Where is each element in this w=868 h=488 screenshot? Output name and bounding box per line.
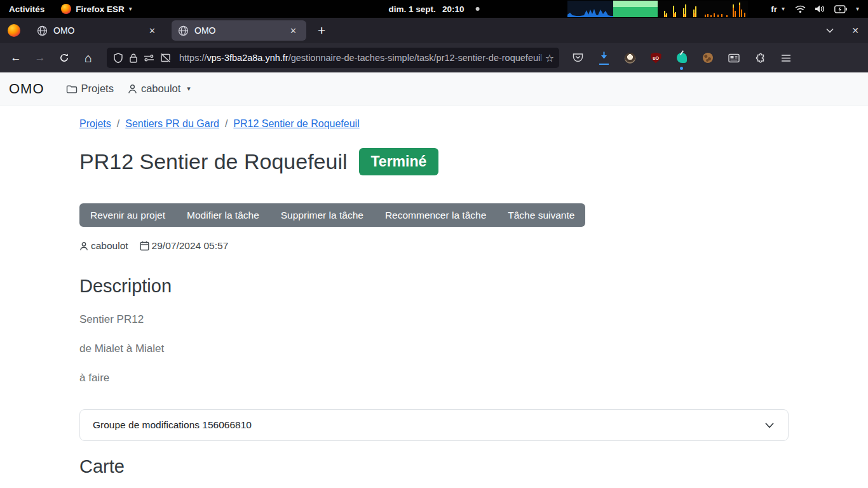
extension-raccoon-icon[interactable]	[621, 50, 638, 66]
calendar-icon	[140, 241, 149, 251]
globe-icon	[37, 25, 48, 36]
url-domain: vps-3fba2a8a.ynh.fr	[207, 53, 288, 63]
system-top-bar: Activités Firefox ESR ▾ dim. 1 sept. 20:…	[0, 0, 868, 18]
tab-close-icon[interactable]: ✕	[146, 25, 159, 37]
url-bar[interactable]: https://vps-3fba2a8a.ynh.fr/gestionnaire…	[107, 48, 559, 68]
person-icon	[79, 241, 88, 251]
map-heading: Carte	[79, 455, 789, 478]
chevron-down-icon: ▾	[187, 85, 191, 93]
notification-dot	[475, 7, 479, 11]
description-paragraph: Sentier PR12	[79, 314, 789, 325]
new-tab-button[interactable]: +	[311, 23, 332, 38]
breadcrumb-link-projets[interactable]: Projets	[79, 118, 111, 130]
task-meta: caboulot 29/07/2024 05:57	[79, 240, 789, 252]
edit-task-button[interactable]: Modifier la tâche	[176, 203, 270, 227]
clock-date: dim. 1 sept.	[389, 4, 436, 14]
cpu-graph-icon	[567, 1, 613, 17]
back-button[interactable]: ←	[6, 48, 25, 67]
permissions-sliders-icon[interactable]	[144, 53, 154, 62]
chevron-down-icon	[764, 419, 775, 431]
forward-button[interactable]: →	[31, 48, 50, 67]
reader-newspaper-icon[interactable]	[726, 50, 742, 66]
clock-button[interactable]: dim. 1 sept. 20:10	[389, 4, 480, 14]
brand-logo[interactable]: OMO	[9, 81, 44, 97]
disk-graph-icon	[702, 1, 748, 17]
description-heading: Description	[79, 274, 789, 297]
tab-close-icon[interactable]: ✕	[287, 25, 300, 37]
blocked-content-icon[interactable]	[160, 53, 171, 63]
task-datetime: 29/07/2024 05:57	[140, 240, 229, 252]
back-to-project-button[interactable]: Revenir au projet	[79, 203, 176, 227]
url-text[interactable]: https://vps-3fba2a8a.ynh.fr/gestionnaire…	[179, 53, 541, 63]
tab-title: OMO	[53, 25, 146, 36]
firefox-logo-icon	[8, 24, 20, 37]
changeset-label: Groupe de modifications 156066810	[93, 419, 252, 431]
browser-tab-strip: OMO ✕ OMO ✕ + ✕	[0, 18, 868, 43]
list-all-tabs-icon[interactable]	[825, 25, 835, 36]
app-menu-label: Firefox ESR	[76, 4, 125, 14]
user-menu-label: caboulot	[141, 83, 180, 95]
nav-projects-link[interactable]: Projets	[66, 83, 114, 95]
ublock-origin-icon[interactable]: uO	[648, 50, 664, 66]
url-path: /gestionnaire-de-taches-simple/task/pr12…	[288, 53, 541, 63]
keyboard-layout-label: fr	[771, 4, 777, 14]
chevron-down-icon: ▾	[856, 6, 859, 12]
tab-omo-2-active[interactable]: OMO ✕	[172, 20, 306, 41]
window-close-icon[interactable]: ✕	[851, 25, 859, 36]
description-paragraph: de Mialet à Mialet	[79, 343, 789, 355]
task-action-buttons: Revenir au projet Modifier la tâche Supp…	[79, 203, 585, 227]
tracking-protection-shield-icon[interactable]	[113, 53, 123, 64]
page-title: PR12 Sentier de Roquefeuil	[79, 146, 348, 177]
extension-umbrella-icon[interactable]	[674, 50, 690, 66]
reload-button[interactable]	[55, 48, 74, 67]
breadcrumb-separator: /	[117, 118, 119, 130]
tab-omo-1[interactable]: OMO ✕	[31, 20, 165, 41]
app-menu-button[interactable]: Firefox ESR ▾	[61, 4, 132, 14]
clock-time: 20:10	[442, 4, 465, 14]
wifi-icon	[795, 4, 806, 13]
memory-graph-icon	[613, 1, 658, 17]
breadcrumb-separator: /	[225, 118, 227, 130]
system-monitor-graphs	[567, 1, 748, 17]
folder-icon	[66, 84, 78, 94]
url-scheme: https://	[179, 53, 207, 63]
site-header: OMO Projets caboulot ▾	[0, 72, 868, 105]
keyboard-layout-button[interactable]: fr ▾	[771, 4, 785, 14]
breadcrumb-link-sentiers[interactable]: Sentiers PR du Gard	[125, 118, 219, 130]
tab-title: OMO	[194, 25, 287, 36]
browser-toolbar: ← → ⌂	[0, 43, 868, 72]
pocket-icon[interactable]	[569, 50, 586, 66]
extensions-puzzle-icon[interactable]	[752, 50, 768, 66]
next-task-button[interactable]: Tâche suivante	[497, 203, 585, 227]
chevron-down-icon: ▾	[782, 6, 785, 12]
https-lock-icon[interactable]	[129, 53, 138, 64]
page-content: OMO Projets caboulot ▾ Projets / Sentier…	[0, 72, 868, 488]
description-paragraph: à faire	[79, 372, 789, 384]
user-menu-button[interactable]: caboulot ▾	[128, 83, 191, 95]
task-author-label: caboulot	[91, 240, 128, 252]
description-body: Sentier PR12 de Mialet à Mialet à faire	[79, 314, 789, 384]
nav-projects-label: Projets	[81, 83, 114, 95]
bookmark-star-icon[interactable]: ☆	[545, 52, 554, 64]
battery-charging-icon	[834, 5, 847, 13]
system-status-area[interactable]: ▾	[795, 4, 859, 13]
notification-dot	[680, 67, 683, 70]
task-author: caboulot	[79, 240, 128, 252]
changeset-accordion-toggle[interactable]: Groupe de modifications 156066810	[79, 409, 789, 441]
volume-icon	[815, 4, 825, 13]
status-badge: Terminé	[359, 148, 439, 175]
restart-task-button[interactable]: Recommencer la tâche	[374, 203, 497, 227]
breadcrumb: Projets / Sentiers PR du Gard / PR12 Sen…	[79, 118, 789, 130]
chevron-down-icon: ▾	[129, 6, 132, 12]
activities-button[interactable]: Activités	[9, 4, 44, 14]
menu-hamburger-icon[interactable]	[778, 50, 794, 66]
person-icon	[128, 84, 137, 94]
downloads-icon[interactable]	[595, 50, 612, 66]
home-button[interactable]: ⌂	[79, 48, 98, 67]
delete-task-button[interactable]: Supprimer la tâche	[270, 203, 374, 227]
network-graph-icon	[658, 1, 702, 17]
firefox-icon	[61, 4, 71, 14]
globe-icon	[178, 25, 189, 36]
extension-cookie-icon[interactable]	[700, 50, 716, 66]
breadcrumb-link-task[interactable]: PR12 Sentier de Roquefeuil	[233, 118, 359, 130]
